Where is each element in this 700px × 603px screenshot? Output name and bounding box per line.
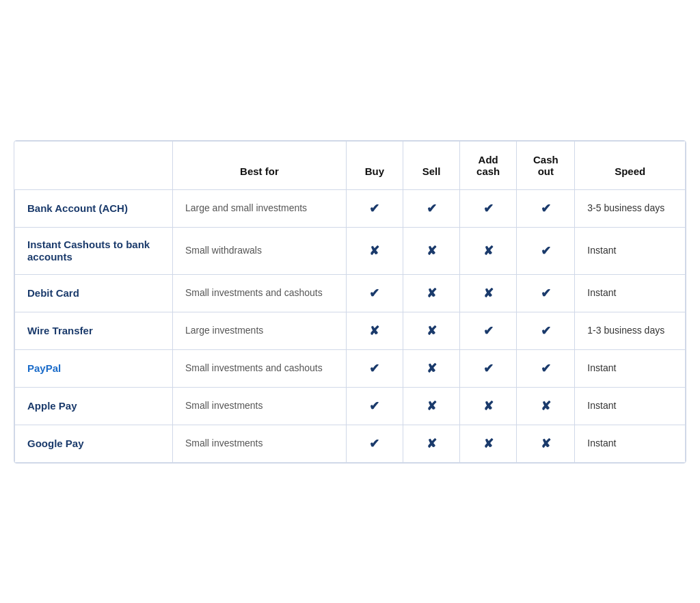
cross-icon: ✘ xyxy=(369,324,379,338)
check-icon: ✔ xyxy=(369,437,379,451)
add-cash-cell: ✘ xyxy=(460,227,517,274)
check-icon: ✔ xyxy=(541,202,551,215)
payment-method-name: Apple Pay xyxy=(27,400,77,412)
buy-cell: ✘ xyxy=(346,227,403,274)
best-for-text: Large investments xyxy=(185,325,263,336)
add-cash-cell: ✘ xyxy=(460,425,517,462)
check-icon: ✔ xyxy=(369,362,379,375)
buy-cell: ✘ xyxy=(346,312,403,349)
table-row: Debit CardSmall investments and cashouts… xyxy=(15,274,686,312)
check-icon: ✔ xyxy=(483,202,494,215)
table-row: Wire TransferLarge investments✘✘✔✔1-3 bu… xyxy=(15,312,686,349)
table-row: Apple PaySmall investments✔✘✘✘Instant xyxy=(15,387,686,425)
cross-icon: ✘ xyxy=(427,286,437,300)
cash-out-cell: ✔ xyxy=(517,189,575,227)
table-row: PayPalSmall investments and cashouts✔✘✔✔… xyxy=(15,349,686,387)
header-name-col xyxy=(15,141,173,189)
buy-cell: ✔ xyxy=(346,425,403,462)
payment-method-name: Bank Account (ACH) xyxy=(27,202,128,214)
add-cash-cell: ✘ xyxy=(460,387,517,425)
table-row: Instant Cashouts to bank accountsSmall w… xyxy=(15,227,686,274)
check-icon: ✔ xyxy=(483,324,494,338)
table-row: Bank Account (ACH)Large and small invest… xyxy=(15,189,686,227)
buy-cell: ✔ xyxy=(346,274,403,312)
check-icon: ✔ xyxy=(541,324,551,338)
cross-icon: ✘ xyxy=(541,399,551,413)
sell-cell: ✘ xyxy=(403,425,460,462)
cross-icon: ✘ xyxy=(427,437,437,451)
header-sell-col: Sell xyxy=(403,141,460,189)
header-speed-col: Speed xyxy=(575,141,686,189)
payment-method-name: Debit Card xyxy=(27,287,79,299)
speed-text: Instant xyxy=(587,362,616,373)
best-for-text: Small investments xyxy=(185,400,263,411)
add-cash-cell: ✔ xyxy=(460,312,517,349)
best-for-text: Small investments and cashouts xyxy=(185,287,323,298)
speed-text: Instant xyxy=(587,438,616,448)
cross-icon: ✘ xyxy=(483,437,494,451)
table-header: Best for Buy Sell Add cash Cash out Spee… xyxy=(15,141,686,189)
add-cash-cell: ✔ xyxy=(460,189,517,227)
header-add-cash-col: Add cash xyxy=(460,141,517,189)
best-for-text: Small investments and cashouts xyxy=(185,362,323,373)
add-cash-cell: ✘ xyxy=(460,274,517,312)
cross-icon: ✘ xyxy=(427,244,437,258)
add-cash-cell: ✔ xyxy=(460,349,517,387)
header-best-for-col: Best for xyxy=(172,141,346,189)
table-body: Bank Account (ACH)Large and small invest… xyxy=(15,189,686,462)
header-buy-col: Buy xyxy=(346,141,403,189)
best-for-text: Small withdrawals xyxy=(185,245,262,256)
cross-icon: ✘ xyxy=(483,399,494,413)
check-icon: ✔ xyxy=(541,244,551,258)
speed-text: 1-3 business days xyxy=(587,325,664,336)
cross-icon: ✘ xyxy=(369,244,379,258)
speed-text: Instant xyxy=(587,245,616,256)
check-icon: ✔ xyxy=(369,399,379,413)
cash-out-cell: ✘ xyxy=(517,425,575,462)
cross-icon: ✘ xyxy=(427,324,437,338)
best-for-text: Large and small investments xyxy=(185,202,307,213)
check-icon: ✔ xyxy=(541,362,551,375)
check-icon: ✔ xyxy=(483,362,494,375)
cross-icon: ✘ xyxy=(483,286,494,300)
payment-method-name: Instant Cashouts to bank accounts xyxy=(27,239,150,263)
cross-icon: ✘ xyxy=(427,362,437,375)
cash-out-cell: ✔ xyxy=(517,227,575,274)
sell-cell: ✘ xyxy=(403,227,460,274)
buy-cell: ✔ xyxy=(346,387,403,425)
payment-method-name: Google Pay xyxy=(27,438,84,449)
cash-out-cell: ✘ xyxy=(517,387,575,425)
sell-cell: ✘ xyxy=(403,349,460,387)
sell-cell: ✘ xyxy=(403,312,460,349)
cash-out-cell: ✔ xyxy=(517,312,575,349)
comparison-table: Best for Buy Sell Add cash Cash out Spee… xyxy=(14,140,686,464)
check-icon: ✔ xyxy=(369,286,379,300)
payment-method-name: Wire Transfer xyxy=(27,325,93,336)
buy-cell: ✔ xyxy=(346,189,403,227)
cash-out-cell: ✔ xyxy=(517,274,575,312)
check-icon: ✔ xyxy=(427,202,437,215)
speed-text: 3-5 business days xyxy=(587,202,664,213)
sell-cell: ✘ xyxy=(403,274,460,312)
cross-icon: ✘ xyxy=(483,244,494,258)
sell-cell: ✘ xyxy=(403,387,460,425)
check-icon: ✔ xyxy=(369,202,379,215)
header-cash-out-col: Cash out xyxy=(517,141,575,189)
speed-text: Instant xyxy=(587,287,616,298)
cash-out-cell: ✔ xyxy=(517,349,575,387)
check-icon: ✔ xyxy=(541,286,551,300)
speed-text: Instant xyxy=(587,400,616,411)
payment-method-name: PayPal xyxy=(27,362,61,374)
sell-cell: ✔ xyxy=(403,189,460,227)
table-row: Google PaySmall investments✔✘✘✘Instant xyxy=(15,425,686,462)
cross-icon: ✘ xyxy=(541,437,551,451)
cross-icon: ✘ xyxy=(427,399,437,413)
best-for-text: Small investments xyxy=(185,438,263,448)
buy-cell: ✔ xyxy=(346,349,403,387)
